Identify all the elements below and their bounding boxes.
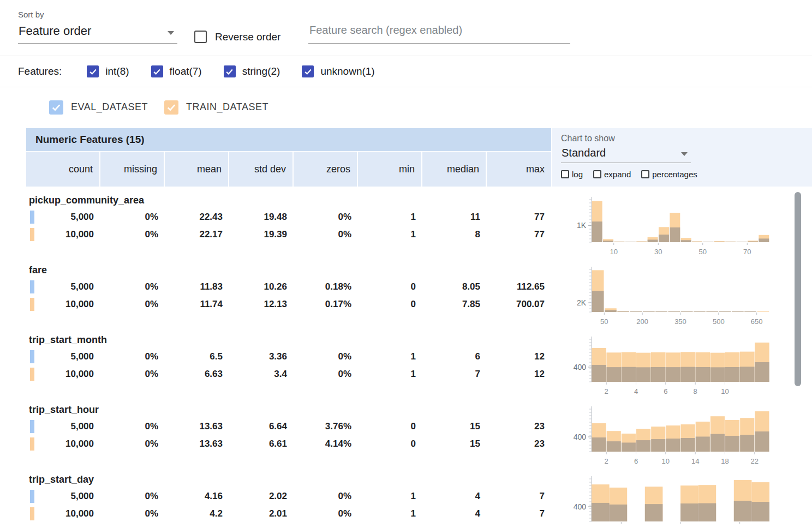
stat-missing: 0% — [100, 369, 165, 380]
filter-float[interactable]: float(7) — [151, 65, 202, 77]
stat-median: 15 — [422, 439, 487, 449]
eval-dataset-checkbox[interactable] — [49, 100, 63, 115]
train-dataset-swatch — [30, 507, 34, 520]
stat-min: 1 — [358, 508, 422, 519]
numeric-features-table: Numeric Features (15) count missing mean… — [0, 128, 812, 528]
filter-string[interactable]: string(2) — [224, 65, 280, 77]
percentages-checkbox[interactable] — [641, 170, 649, 178]
svg-text:650: 650 — [751, 317, 763, 326]
column-header-mean: mean — [165, 152, 229, 187]
feature-block: trip_start_hour5,0000%13.636.643.76%0152… — [0, 401, 812, 471]
column-header-stddev: std dev — [229, 152, 294, 187]
stat-mean: 6.63 — [165, 369, 229, 380]
stat-mean: 22.43 — [165, 212, 229, 223]
stat-max: 12 — [487, 369, 551, 380]
check-icon — [166, 102, 177, 113]
filter-int[interactable]: int(8) — [87, 65, 129, 77]
stat-max: 23 — [487, 439, 551, 449]
sort-by-group: Sort by Feature order — [18, 10, 177, 44]
svg-text:400: 400 — [574, 363, 587, 371]
expand-checkbox[interactable] — [593, 170, 601, 178]
reverse-order-toggle[interactable]: Reverse order — [194, 31, 280, 43]
stat-zeros: 0% — [294, 508, 358, 519]
stat-std_dev: 10.26 — [229, 281, 294, 292]
stat-mean: 13.63 — [165, 421, 229, 432]
stat-count: 5,000 — [36, 281, 100, 292]
histogram-chart[interactable]: 2K50200350500650 — [558, 265, 777, 333]
percentages-toggle[interactable]: percentages — [641, 170, 697, 179]
stat-std_dev: 2.01 — [229, 508, 294, 519]
column-header-zeros: zeros — [294, 152, 358, 187]
svg-text:70: 70 — [743, 248, 751, 256]
unknown-checkbox[interactable] — [302, 65, 314, 77]
stat-count: 5,000 — [36, 351, 100, 362]
stat-median: 8 — [422, 229, 487, 240]
svg-text:30: 30 — [654, 248, 662, 256]
reverse-order-checkbox[interactable] — [194, 31, 207, 43]
train-dataset-swatch — [30, 368, 34, 381]
svg-text:10: 10 — [610, 248, 618, 256]
eval-dataset-swatch — [30, 350, 34, 363]
sort-by-select[interactable]: Feature order — [18, 24, 177, 44]
int-checkbox[interactable] — [87, 65, 99, 77]
train-dataset-toggle[interactable]: TRAIN_DATASET — [164, 100, 268, 115]
stat-missing: 0% — [100, 508, 165, 519]
chart-to-show-label: Chart to show — [561, 134, 812, 143]
histogram-chart[interactable]: 400246 — [558, 475, 777, 528]
stat-count: 10,000 — [36, 299, 100, 310]
stat-min: 1 — [358, 229, 422, 240]
log-toggle[interactable]: log — [561, 170, 583, 179]
histogram-chart[interactable]: 4002610141822 — [558, 405, 777, 472]
stat-max: 700.07 — [487, 299, 551, 310]
percentages-label: percentages — [652, 170, 697, 179]
stat-min: 0 — [358, 281, 422, 292]
stat-max: 77 — [487, 229, 551, 240]
stat-min: 1 — [358, 351, 422, 362]
log-label: log — [572, 170, 583, 179]
vertical-scrollbar[interactable] — [795, 192, 801, 386]
sort-by-value: Feature order — [19, 24, 91, 38]
stat-zeros: 3.76% — [294, 421, 358, 432]
expand-toggle[interactable]: expand — [593, 170, 631, 179]
stat-min: 1 — [358, 212, 422, 223]
string-checkbox[interactable] — [224, 65, 236, 77]
train-dataset-swatch — [30, 437, 34, 451]
eval-dataset-toggle[interactable]: EVAL_DATASET — [49, 100, 148, 115]
stat-mean: 22.17 — [165, 229, 229, 240]
column-header-row: count missing mean std dev zeros min med… — [26, 152, 551, 187]
table-title-bar: Numeric Features (15) — [26, 128, 551, 151]
feature-search — [308, 24, 570, 44]
svg-text:6: 6 — [634, 457, 638, 465]
float-label: float(7) — [170, 65, 202, 77]
stat-mean: 6.5 — [165, 351, 229, 362]
stat-zeros: 0% — [294, 491, 358, 502]
svg-text:2: 2 — [605, 387, 608, 395]
filter-unknown[interactable]: unknown(1) — [302, 65, 374, 77]
table-head: Numeric Features (15) count missing mean… — [0, 128, 812, 187]
histogram-chart[interactable]: 1K10305070 — [558, 195, 777, 263]
svg-text:14: 14 — [691, 457, 699, 465]
svg-text:2K: 2K — [577, 298, 587, 307]
svg-text:18: 18 — [721, 457, 729, 465]
features-filter-label: Features: — [18, 65, 62, 77]
stat-median: 8.05 — [422, 281, 487, 292]
stat-median: 6 — [422, 351, 487, 362]
svg-text:22: 22 — [751, 457, 759, 465]
stat-missing: 0% — [100, 212, 165, 223]
chevron-down-icon — [168, 31, 174, 35]
stat-min: 0 — [358, 299, 422, 310]
float-checkbox[interactable] — [151, 65, 163, 77]
chart-toggles: log expand percentages — [561, 170, 812, 179]
expand-label: expand — [604, 170, 631, 179]
svg-text:200: 200 — [636, 317, 648, 326]
histogram-chart[interactable]: 400246810 — [558, 335, 777, 403]
log-checkbox[interactable] — [561, 170, 569, 178]
feature-search-input[interactable] — [308, 24, 570, 44]
train-dataset-checkbox[interactable] — [164, 100, 178, 115]
stat-min: 1 — [358, 491, 422, 502]
chart-type-select[interactable]: Standard — [561, 147, 691, 163]
stat-zeros: 0% — [294, 369, 358, 380]
stat-mean: 11.83 — [165, 281, 229, 292]
stat-missing: 0% — [100, 421, 165, 432]
check-icon — [51, 102, 62, 113]
